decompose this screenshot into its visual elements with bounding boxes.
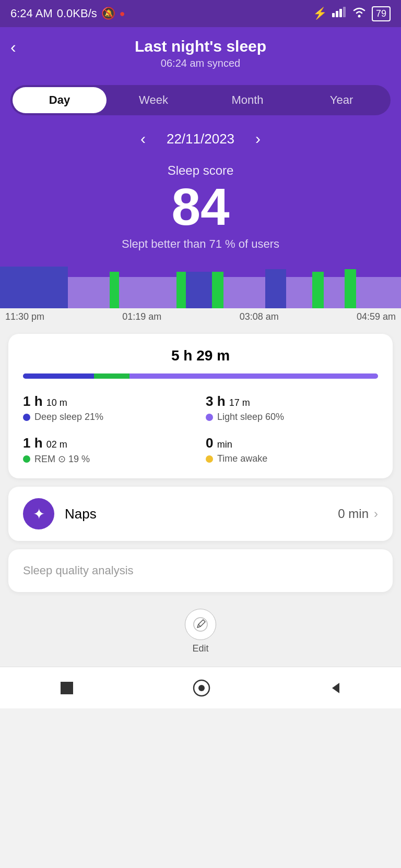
naps-icon: ✦ bbox=[23, 498, 54, 529]
stat-deep-value: 1 h 10 m bbox=[23, 393, 195, 409]
chart-time-2: 01:19 am bbox=[122, 311, 161, 322]
dot-deep bbox=[23, 414, 30, 421]
svg-rect-7 bbox=[110, 272, 119, 308]
svg-rect-11 bbox=[212, 272, 223, 308]
prev-date-button[interactable]: ‹ bbox=[135, 130, 151, 148]
dot-rem bbox=[23, 455, 30, 463]
dot-awake bbox=[206, 455, 213, 463]
svg-rect-20 bbox=[61, 682, 73, 694]
stat-awake-text: Time awake bbox=[217, 453, 267, 464]
tab-week[interactable]: Week bbox=[107, 87, 200, 113]
tab-bar: Day Week Month Year bbox=[10, 85, 391, 115]
chart-time-4: 04:59 am bbox=[357, 311, 396, 322]
svg-rect-8 bbox=[119, 277, 176, 308]
stat-deep-sleep: 1 h 10 m Deep sleep 21% bbox=[23, 393, 195, 423]
naps-value: 0 min bbox=[338, 507, 369, 521]
dot-light bbox=[206, 414, 213, 421]
status-network: 0.0KB/s bbox=[57, 7, 97, 20]
sleep-bar bbox=[23, 373, 378, 379]
sleep-score-label: Sleep score bbox=[168, 163, 234, 178]
sleep-stats: 1 h 10 m Deep sleep 21% 3 h 17 m Light s… bbox=[23, 393, 378, 465]
nav-bar bbox=[0, 667, 401, 708]
sleep-duration-card: 5 h 29 m 1 h 10 m Deep sleep 21% 3 h 17 … bbox=[8, 334, 393, 478]
edit-label: Edit bbox=[192, 643, 208, 654]
nav-back-button[interactable] bbox=[328, 681, 343, 695]
tab-year[interactable]: Year bbox=[294, 87, 388, 113]
stat-light-value: 3 h 17 m bbox=[206, 393, 378, 409]
stat-rem-value: 1 h 02 m bbox=[23, 435, 195, 451]
page-title: Last night's sleep bbox=[135, 38, 266, 55]
naps-label: Naps bbox=[65, 506, 338, 522]
stat-awake-label: Time awake bbox=[206, 453, 378, 464]
edit-area: Edit bbox=[8, 600, 393, 658]
svg-rect-18 bbox=[356, 277, 401, 308]
bar-rem bbox=[94, 373, 129, 379]
sleep-total-duration: 5 h 29 m bbox=[23, 347, 378, 364]
back-button[interactable]: ‹ bbox=[10, 38, 16, 57]
stat-rem-sleep: 1 h 02 m REM ⊙ 19 % bbox=[23, 435, 195, 465]
page-header: ‹ Last night's sleep 06:24 am synced bbox=[0, 27, 401, 75]
quality-analysis-card[interactable]: Sleep quality analysis bbox=[8, 549, 393, 592]
next-date-button[interactable]: › bbox=[250, 130, 266, 148]
naps-card[interactable]: ✦ Naps 0 min › bbox=[8, 487, 393, 541]
stat-rem-text: REM ⊙ 19 % bbox=[34, 453, 90, 465]
svg-rect-15 bbox=[312, 272, 324, 308]
status-time: 6:24 AM bbox=[10, 7, 53, 20]
battery-indicator: 79 bbox=[372, 6, 391, 21]
sleep-score-value: 84 bbox=[171, 178, 229, 235]
nav-stop-button[interactable] bbox=[58, 680, 75, 696]
svg-rect-2 bbox=[339, 9, 342, 17]
svg-rect-17 bbox=[345, 269, 356, 308]
bar-light bbox=[129, 373, 378, 379]
svg-rect-1 bbox=[336, 11, 338, 17]
bar-deep bbox=[23, 373, 94, 379]
signal-icon bbox=[332, 7, 347, 20]
status-right: ⚡ 79 bbox=[313, 6, 391, 21]
header-area: ‹ Last night's sleep 06:24 am synced Day… bbox=[0, 27, 401, 308]
svg-rect-9 bbox=[176, 272, 186, 308]
svg-rect-13 bbox=[265, 269, 286, 308]
svg-marker-23 bbox=[332, 683, 339, 693]
naps-star-icon: ✦ bbox=[33, 505, 45, 523]
stat-awake: 0 min Time awake bbox=[206, 435, 378, 465]
stat-light-label: Light sleep 60% bbox=[206, 412, 378, 423]
svg-rect-5 bbox=[0, 267, 68, 308]
svg-rect-0 bbox=[332, 13, 335, 17]
svg-rect-12 bbox=[223, 277, 265, 308]
chart-time-3: 03:08 am bbox=[240, 311, 279, 322]
naps-chevron-icon: › bbox=[374, 507, 378, 521]
chart-times: 11:30 pm 01:19 am 03:08 am 04:59 am bbox=[0, 308, 401, 326]
main-content: 5 h 29 m 1 h 10 m Deep sleep 21% 3 h 17 … bbox=[0, 326, 401, 667]
sleep-chart bbox=[0, 256, 401, 308]
tab-month[interactable]: Month bbox=[200, 87, 294, 113]
sync-text: 06:24 am synced bbox=[161, 57, 240, 69]
stat-rem-label: REM ⊙ 19 % bbox=[23, 453, 195, 465]
stat-deep-text: Deep sleep 21% bbox=[34, 412, 103, 423]
chart-time-1: 11:30 pm bbox=[5, 311, 44, 322]
edit-button[interactable] bbox=[185, 609, 216, 640]
stat-deep-label: Deep sleep 21% bbox=[23, 412, 195, 423]
svg-point-4 bbox=[358, 15, 360, 18]
sleep-score-area: Sleep score 84 Slept better than 71 % of… bbox=[0, 153, 401, 256]
quality-analysis-label: Sleep quality analysis bbox=[23, 564, 134, 577]
svg-rect-10 bbox=[186, 272, 212, 308]
stat-awake-value: 0 min bbox=[206, 435, 378, 451]
svg-point-22 bbox=[198, 685, 205, 691]
alarm-icon: 🔕 bbox=[101, 7, 115, 20]
wifi-icon bbox=[352, 6, 367, 21]
nav-home-button[interactable] bbox=[192, 679, 211, 697]
svg-rect-16 bbox=[324, 277, 345, 308]
status-left: 6:24 AM 0.0KB/s 🔕 ● bbox=[10, 7, 125, 20]
svg-rect-19 bbox=[194, 618, 207, 631]
tab-day[interactable]: Day bbox=[13, 87, 107, 113]
date-nav: ‹ 22/11/2023 › bbox=[0, 115, 401, 153]
stat-light-sleep: 3 h 17 m Light sleep 60% bbox=[206, 393, 378, 423]
status-bar: 6:24 AM 0.0KB/s 🔕 ● ⚡ 79 bbox=[0, 0, 401, 27]
svg-rect-3 bbox=[343, 7, 346, 17]
stat-light-text: Light sleep 60% bbox=[217, 412, 284, 423]
sleep-score-subtext: Slept better than 71 % of users bbox=[122, 237, 279, 251]
svg-rect-14 bbox=[286, 277, 312, 308]
svg-rect-6 bbox=[68, 277, 110, 308]
record-icon: ● bbox=[120, 8, 125, 19]
bluetooth-icon: ⚡ bbox=[313, 7, 327, 20]
